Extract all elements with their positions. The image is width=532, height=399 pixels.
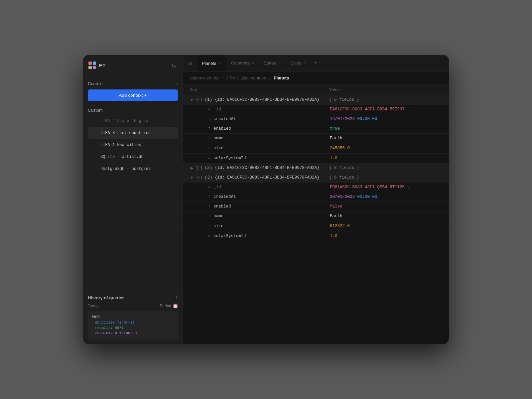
row-key: # _id xyxy=(190,107,330,112)
tab-countries[interactable]: Countries ✕ xyxy=(226,55,259,71)
table-row: T name Earth xyxy=(183,134,449,143)
list-item[interactable]: ⋮⋮ JIRA-3 List countries ··· xyxy=(88,127,178,139)
row-key: T createdAt xyxy=(190,117,330,121)
tab-states-label: States xyxy=(264,61,276,66)
calendar-icon: 📅 xyxy=(173,304,178,308)
type-icon: # xyxy=(207,156,211,160)
breadcrumb: solarsystem.bd / JIRA-3 List countries /… xyxy=(183,71,449,85)
row-value: { 6 fields } xyxy=(329,97,442,102)
type-icon: {·} xyxy=(196,98,203,102)
expand-button[interactable]: ▼ xyxy=(190,176,194,180)
drag-handle-icon: ⋮⋮ xyxy=(91,119,98,123)
tab-countries-close[interactable]: ✕ xyxy=(251,61,254,65)
tab-cities-label: Cities xyxy=(290,61,301,66)
history-sort-icon[interactable]: ↕ xyxy=(175,295,178,300)
tab-countries-label: Countries xyxy=(231,61,249,66)
row-value: Earth xyxy=(330,136,442,141)
context-section: Context ⌕ Add context + xyxy=(83,76,183,104)
breadcrumb-part-1: solarsystem.bd xyxy=(190,75,218,80)
item-left: ⋮⋮ SQLite - artist.db xyxy=(91,155,144,159)
tab-planets[interactable]: Planets ✕ xyxy=(197,55,226,71)
today-label: Today xyxy=(88,304,98,308)
row-key: ▶ {·} (2) {id: EA81CF3C-B083-48F1-BDB4-B… xyxy=(190,166,329,170)
main-content: ⊞ Planets ✕ Countries ✕ States ✕ Cities … xyxy=(183,55,449,344)
list-item[interactable]: ⋮⋮ JIRA-1 New cities ··· xyxy=(88,139,178,151)
custom-section: Custom ▾ ⋮⋮ JIRA-2 Planet bugfix ··· ⋮⋮ … xyxy=(83,104,183,291)
item-more-button[interactable]: ··· xyxy=(169,118,175,124)
type-icon: T xyxy=(207,117,211,121)
history-label: History of queries xyxy=(88,295,125,300)
custom-label: Custom xyxy=(88,108,103,113)
add-tab-button[interactable]: + xyxy=(311,58,321,68)
app-window: FT ⇆ Context ⌕ Add context + Custom ▾ xyxy=(83,55,449,344)
breadcrumb-part-2: JIRA-3 List countries xyxy=(226,75,266,80)
tab-planets-close[interactable]: ✕ xyxy=(218,61,221,66)
row-value: 245856.0 xyxy=(330,146,442,151)
key-name: enabled xyxy=(213,126,231,131)
row-value: 19/01/2023 00:00:00 xyxy=(330,117,442,121)
table-row: # _id PO81AS3C-B083-48F1-QEB4-RTY125... xyxy=(183,183,449,192)
expand-button[interactable]: ▼ xyxy=(190,98,194,102)
table-row: # _id EA81CF3C-B083-48F1-BDB4-BFE997... xyxy=(183,105,449,114)
query-code-2: results: 9871 xyxy=(95,326,124,330)
row-key: ⊡ size xyxy=(190,223,330,229)
row-value: Earth xyxy=(330,214,442,218)
tab-cities[interactable]: Cities ✕ xyxy=(286,55,311,71)
search-context-button[interactable]: ⌕ xyxy=(175,81,178,86)
item-label: JIRA-3 List countries xyxy=(100,131,151,135)
expand-button[interactable]: ▶ xyxy=(190,166,194,170)
tab-cities-close[interactable]: ✕ xyxy=(303,61,306,65)
logo-icon xyxy=(88,62,96,69)
query-line-1: db.cities.find({}) xyxy=(92,320,174,325)
row-key: # _id xyxy=(190,185,330,190)
list-item[interactable]: ⋮⋮ JIRA-2 Planet bugfix ··· xyxy=(88,115,178,127)
row-key: ▼ {·} (1) {id: EA81CF3C-B083-48F1-BDB4-B… xyxy=(190,97,329,102)
table-row: T createdAt 19/01/2023 00:00:00 xyxy=(183,114,449,124)
breadcrumb-separator: / xyxy=(222,75,223,80)
time-part: 00:00:00 xyxy=(357,195,377,199)
tabs-panel-icon-button[interactable]: ⊞ xyxy=(185,58,196,68)
table-header: Key Value xyxy=(183,85,449,95)
table-row[interactable]: ▼ {·} (1) {id: EA81CF3C-B083-48F1-BDB4-B… xyxy=(183,95,449,105)
item-more-button[interactable]: ··· xyxy=(169,142,175,148)
tab-planets-label: Planets xyxy=(202,61,216,66)
history-section: History of queries ↕ Today Period 📅 Find… xyxy=(83,291,183,344)
drag-handle-icon: ⋮⋮ xyxy=(91,143,98,147)
query-card[interactable]: Find db.cities.find({}) results: 9871 20… xyxy=(88,311,178,339)
item-left: ⋮⋮ JIRA-1 New cities xyxy=(91,143,141,147)
list-item[interactable]: ⋮⋮ SQLite - artist.db ··· xyxy=(88,151,178,163)
row-value: true xyxy=(330,126,442,131)
table-row[interactable]: ▼ {·} (3) {id: EA81CF3C-B083-48F1-BDB4-B… xyxy=(183,173,449,183)
row-value: 1.0 xyxy=(330,156,442,161)
add-context-button[interactable]: Add context + xyxy=(88,89,178,101)
table-row: ⊡ size 612322.0 xyxy=(183,221,449,231)
collapse-sidebar-button[interactable]: ⇆ xyxy=(170,61,177,70)
list-item[interactable]: ⋮⋮ PostgreSQL - postgres ··· xyxy=(88,163,178,175)
type-icon: T xyxy=(207,127,211,131)
row-key: T name xyxy=(190,136,330,141)
item-more-button[interactable]: ··· xyxy=(169,166,175,172)
period-label: Period xyxy=(160,304,171,308)
row-value: 20/01/2023 00:00:00 xyxy=(330,195,442,199)
breadcrumb-separator-2: / xyxy=(269,75,271,80)
period-row: Today Period 📅 xyxy=(88,304,178,308)
item-more-button[interactable]: ··· xyxy=(169,130,175,136)
context-label: Context xyxy=(88,81,103,86)
type-icon: ⊡ xyxy=(207,223,211,229)
tab-states[interactable]: States ✕ xyxy=(259,55,286,71)
tab-states-close[interactable]: ✕ xyxy=(278,61,281,65)
key-name: enabled xyxy=(213,204,231,209)
table-row: T name Earth xyxy=(183,211,449,221)
period-button[interactable]: Period 📅 xyxy=(160,304,178,308)
item-label: JIRA-1 New cities xyxy=(100,143,141,147)
row-value: EA81CF3C-B083-48F1-BDB4-BFE997... xyxy=(330,107,442,112)
table-row[interactable]: ▶ {·} (2) {id: EA81CF3C-B083-48F1-BDB4-B… xyxy=(183,163,449,173)
item-more-button[interactable]: ··· xyxy=(169,154,175,160)
query-border xyxy=(92,320,92,325)
custom-header: Custom ▾ xyxy=(88,108,178,113)
logo-dot-3 xyxy=(88,66,92,69)
key-name: size xyxy=(213,146,223,151)
row-key: ▼ {·} (3) {id: EA81CF3C-B083-48F1-BDB4-B… xyxy=(190,175,329,180)
item-label: SQLite - artist.db xyxy=(100,155,144,159)
row-key: ⊡ size xyxy=(190,146,330,151)
